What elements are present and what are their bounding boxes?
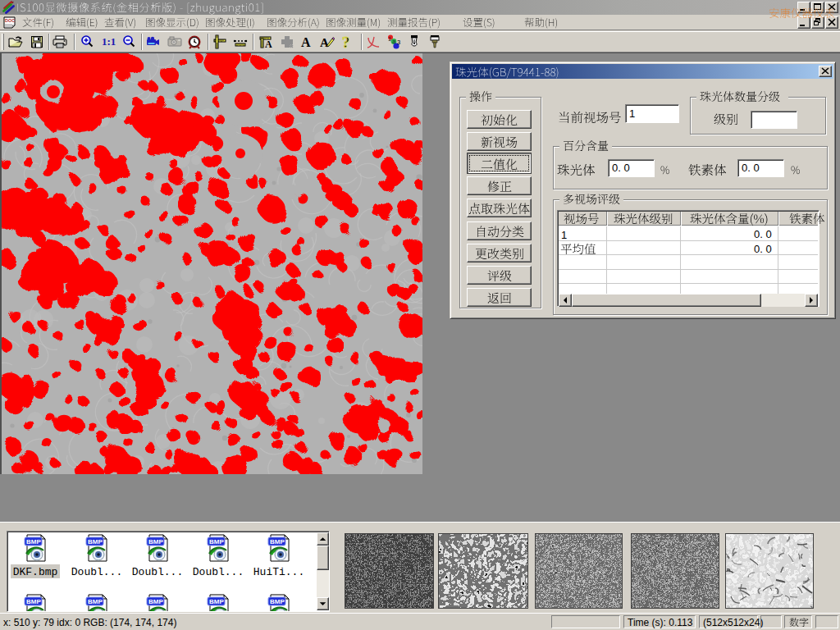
- svg-text:?: ?: [342, 34, 350, 49]
- svg-text:BMP: BMP: [209, 598, 224, 605]
- svg-text:A: A: [320, 36, 329, 49]
- svg-text:1: 1: [388, 36, 391, 42]
- svg-text:BMP: BMP: [270, 598, 285, 605]
- svg-text:1:1: 1:1: [102, 35, 116, 48]
- svg-text:A: A: [301, 35, 311, 49]
- svg-text:BMP: BMP: [26, 538, 41, 546]
- svg-text:BMP: BMP: [270, 538, 285, 546]
- svg-text:A: A: [265, 39, 272, 49]
- svg-text:a: a: [392, 39, 395, 44]
- svg-text:BMP: BMP: [148, 598, 163, 605]
- svg-text:BMP: BMP: [148, 538, 163, 546]
- svg-text:BMP: BMP: [88, 538, 103, 546]
- svg-text:3: 3: [397, 39, 400, 46]
- svg-text:DOC: DOC: [5, 18, 15, 23]
- svg-text:BMP: BMP: [88, 598, 103, 605]
- svg-text:BMP: BMP: [26, 598, 41, 605]
- svg-text:BMP: BMP: [209, 538, 224, 546]
